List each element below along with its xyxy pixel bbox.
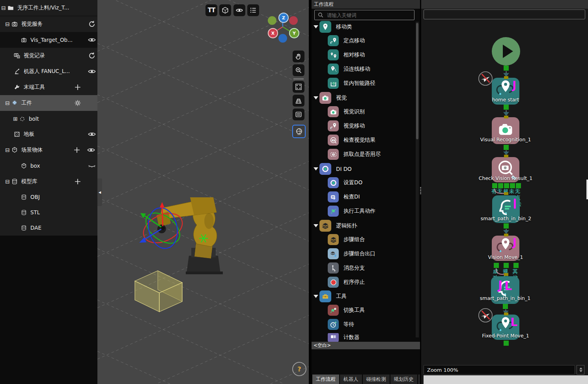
library-item-counter[interactable]: 计数器 [328,333,360,342]
zoom-spinner[interactable] [577,365,584,375]
tree-row-box[interactable]: box [0,158,97,174]
ring-icon [328,177,339,188]
group-collapse-arrow-icon[interactable] [314,96,318,99]
tool-action-icon [328,206,339,217]
expand-icon[interactable]: ⊞ [12,116,19,122]
tree-row-end-tool[interactable]: 末端工具 [0,79,97,95]
zoom-level-field[interactable]: Zoom 100% [424,365,575,375]
plus-icon[interactable] [73,146,81,154]
library-item-grasp-points-exhausted[interactable]: 抓取点是否用尽 [328,149,381,160]
library-item-message-branch[interactable]: 消息分支 [328,262,365,273]
search-input[interactable] [326,12,407,19]
library-item-check-vision-result[interactable]: 检查视觉结果 [328,135,375,146]
tree-row-bolt[interactable]: ⊞ bolt [0,111,97,127]
list-button[interactable] [247,4,259,16]
canvas-scrollbar-thumb[interactable] [586,180,588,199]
help-button[interactable]: ? [292,362,306,376]
tree-row-workpiece[interactable]: ⊟ 工件 [0,95,97,111]
library-item-vision-recognition[interactable]: 视觉识别 [328,106,365,117]
library-item-check-di[interactable]: DI 检查DI [328,191,360,202]
tab-collision[interactable]: 碰撞检测 [363,375,390,384]
tab-robot[interactable]: 机器人 [340,375,362,384]
tab-workflow[interactable]: 工作流程 [312,375,339,384]
zoom-tool-button[interactable] [293,64,304,76]
panel-divider[interactable] [309,0,312,384]
tree-row-stl[interactable]: STL [0,204,97,220]
axis-neg-y-ball[interactable] [268,16,276,25]
axis-neg-z-ball[interactable] [278,34,287,43]
gear-icon[interactable] [73,99,82,107]
spinner-down-icon[interactable] [579,370,582,372]
library-item-switch-tool[interactable]: 切换工具 [328,305,365,316]
robot-arm-icon [13,68,21,75]
group-collapse-arrow-icon[interactable] [314,224,318,227]
library-group-logic[interactable]: 逻辑拓扑 [319,220,357,232]
group-collapse-arrow-icon[interactable] [314,295,318,298]
plus-icon[interactable] [73,177,82,186]
group-collapse-arrow-icon[interactable] [314,25,318,28]
library-item-relative-move[interactable]: 相对移动 [328,49,365,60]
3d-viewport[interactable]: TT Z X Y [97,0,309,384]
eye-icon[interactable] [88,130,96,139]
library-item-set-do[interactable]: 设置DO [328,177,362,188]
collapse-icon[interactable]: ⊟ [4,147,11,153]
collapse-icon[interactable]: ⊟ [4,21,11,27]
text-annotation-button[interactable]: TT [205,4,217,16]
tree-row-project[interactable]: ⊟ 无序工件上料/Viz_T... [0,0,97,16]
library-item-step-group[interactable]: 步骤组合 [328,234,365,245]
axis-x-ball[interactable]: X [268,28,278,38]
eye-icon[interactable] [87,146,95,154]
axis-y-ball[interactable]: Y [289,28,299,38]
eye-icon[interactable] [88,67,96,76]
tree-row-scene-objects[interactable]: ⊟ 场景物体 [0,142,97,158]
library-item-line-move[interactable]: 沿连线移动 [328,64,370,75]
collapse-icon[interactable]: ⊟ [4,178,11,185]
tree-row-obj[interactable]: OBJ [0,189,97,205]
tab-plan-history[interactable]: 规划历史 [390,375,417,384]
tree-row-vision-record[interactable]: 视觉记录 [0,48,97,64]
collapse-icon[interactable]: ⊟ [4,100,11,106]
canvas-toolbar-field[interactable] [424,9,585,19]
tree-row-dae[interactable]: DAE [0,220,97,236]
layers-panel-button[interactable] [293,109,304,120]
refresh-icon[interactable] [88,51,96,60]
tree-row-model-library[interactable]: ⊟ 模型库 [0,174,97,189]
globe-view-button[interactable] [292,125,306,138]
library-item-vision-move[interactable]: 视觉移动 [328,120,365,131]
camera-record-icon [13,52,21,59]
library-item-run-tool-action[interactable]: 执行工具动作 [328,206,375,217]
wireframe-button[interactable] [219,4,231,16]
tree-row-floor[interactable]: 地板 [0,126,97,142]
workflow-canvas[interactable]: 有 无 超 未 无 点 去 成 功 规 划 失 败 其 他 失 败 J home… [421,0,588,384]
visibility-button[interactable] [233,4,245,16]
library-item-smart-bin-path[interactable]: 筐内智能路径 [328,78,375,89]
eye-dim-icon[interactable] [88,161,96,170]
grid-view-button[interactable] [293,95,304,107]
group-collapse-arrow-icon[interactable] [314,167,318,170]
sidebar-collapse-handle[interactable]: ◀ [97,178,102,206]
tree-row-robot[interactable]: 机器人 FANUC_L... [0,64,97,79]
spinner-up-icon[interactable] [579,367,582,369]
library-item-wait[interactable]: 等待 [328,319,354,330]
library-item-step-group-exit[interactable]: 步骤组合出口 [328,248,375,259]
refresh-icon[interactable] [88,20,96,28]
plus-icon[interactable] [73,83,82,92]
library-group-tools[interactable]: 工具 [319,290,347,302]
tree-row-vis-target[interactable]: Vis_Target_Ob... [0,32,97,48]
fit-view-button[interactable] [293,81,304,93]
tree-row-label: Vis_Target_Ob... [30,37,73,43]
run-workflow-button[interactable] [492,37,520,66]
tree-row-vision-service[interactable]: ⊟ 视觉服务 [0,16,97,32]
library-group-move[interactable]: 移动类 [319,21,352,33]
library-item-program-stop[interactable]: 程序停止 [328,277,365,288]
eye-icon[interactable] [88,36,96,44]
axis-z-ball[interactable]: Z [278,13,289,23]
axis-neg-x-ball[interactable] [289,16,298,25]
pan-tool-button[interactable] [293,51,304,62]
search-box[interactable] [314,10,414,20]
collapse-icon[interactable]: ⊟ [0,5,7,11]
library-group-vision[interactable]: 视觉 [319,92,347,104]
library-scrollbar-thumb[interactable] [416,23,418,139]
library-group-dido[interactable]: DI DO [319,163,352,175]
library-item-fixed-move[interactable]: 定点移动 [328,35,365,46]
